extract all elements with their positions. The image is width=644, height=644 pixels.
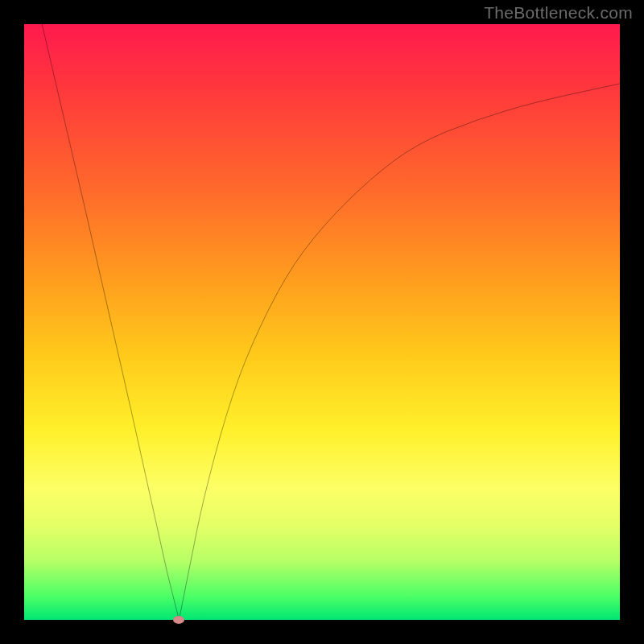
- chart-frame: TheBottleneck.com: [0, 0, 644, 644]
- optimum-marker: [173, 616, 184, 624]
- watermark-text: TheBottleneck.com: [484, 3, 633, 23]
- curve-svg: [24, 24, 620, 620]
- plot-area: [24, 24, 620, 620]
- bottleneck-curve: [42, 24, 620, 620]
